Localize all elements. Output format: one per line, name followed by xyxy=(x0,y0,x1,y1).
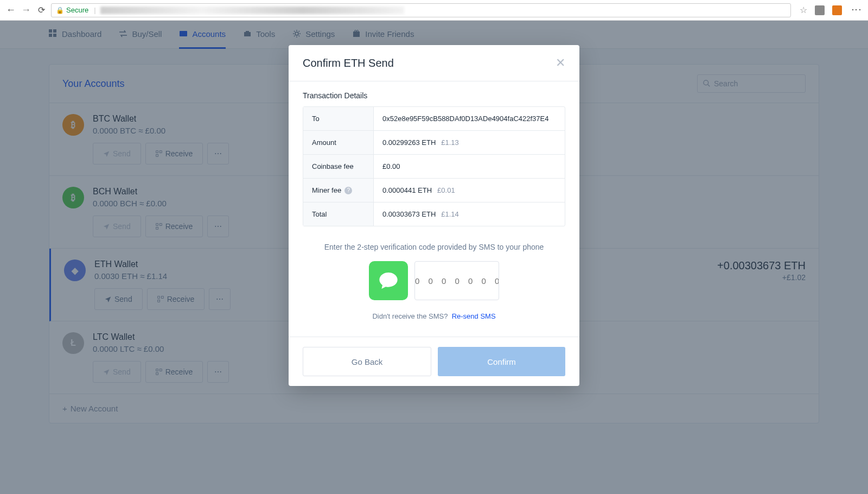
url-obscured xyxy=(100,7,404,14)
row-label: Total xyxy=(303,202,374,226)
resend-prompt: Didn't receive the SMS? xyxy=(372,312,448,320)
camera-extension-icon[interactable] xyxy=(815,5,825,15)
reload-icon[interactable]: ⟳ xyxy=(36,5,47,15)
row-label: Coinbase fee xyxy=(303,155,374,178)
table-row: Miner fee? 0.0000441 ETH£0.01 xyxy=(303,179,565,202)
verification-code-input[interactable] xyxy=(414,261,499,300)
row-value: 0.00303673 ETH£1.14 xyxy=(374,202,565,226)
table-row: Total 0.00303673 ETH£1.14 xyxy=(303,202,565,226)
table-row: Amount 0.00299263 ETH£1.13 xyxy=(303,131,565,155)
table-row: To 0x52e8e95F59cB588DAf0D13ADe4904faC422… xyxy=(303,107,565,131)
forward-arrow-icon[interactable]: → xyxy=(21,4,31,16)
row-label: Miner fee? xyxy=(303,179,374,202)
sms-icon xyxy=(369,261,408,300)
table-row: Coinbase fee £0.00 xyxy=(303,155,565,179)
modal-overlay: Confirm ETH Send ✕ Transaction Details T… xyxy=(0,21,868,494)
row-value: 0.00299263 ETH£1.13 xyxy=(374,131,565,154)
close-icon[interactable]: ✕ xyxy=(556,56,565,70)
go-back-button[interactable]: Go Back xyxy=(303,347,431,376)
url-bar[interactable]: 🔒 Secure | xyxy=(51,3,791,17)
row-label: To xyxy=(303,107,374,130)
row-value: £0.00 xyxy=(374,155,565,178)
browser-toolbar: ← → ⟳ 🔒 Secure | ☆ ⋮ xyxy=(0,0,868,21)
confirm-send-modal: Confirm ETH Send ✕ Transaction Details T… xyxy=(289,45,579,386)
row-value: 0x52e8e95F59cB588DAf0D13ADe4904faC422f37… xyxy=(374,107,565,130)
browser-menu-icon[interactable]: ⋮ xyxy=(851,5,863,15)
resend-sms-link[interactable]: Re-send SMS xyxy=(452,312,496,320)
twofa-instruction: Enter the 2-step verification code provi… xyxy=(303,243,565,251)
back-arrow-icon[interactable]: ← xyxy=(5,4,16,16)
row-label: Amount xyxy=(303,131,374,154)
help-icon[interactable]: ? xyxy=(344,187,352,194)
transaction-table: To 0x52e8e95F59cB588DAf0D13ADe4904faC422… xyxy=(303,106,565,226)
row-value: 0.0000441 ETH£0.01 xyxy=(374,179,565,202)
confirm-button[interactable]: Confirm xyxy=(438,347,565,376)
secure-label: Secure xyxy=(66,6,88,14)
bookmark-star-icon[interactable]: ☆ xyxy=(800,5,807,15)
lock-icon: 🔒 xyxy=(56,7,64,14)
metamask-extension-icon[interactable] xyxy=(832,5,842,15)
transaction-details-label: Transaction Details xyxy=(303,91,565,100)
modal-title: Confirm ETH Send xyxy=(303,57,394,69)
